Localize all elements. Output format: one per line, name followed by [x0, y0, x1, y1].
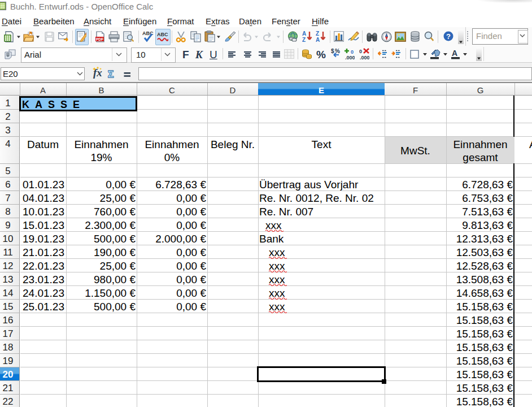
svg-text:Σ: Σ — [108, 69, 114, 79]
svg-text:Z: Z — [316, 31, 319, 37]
svg-text:0: 0 — [359, 49, 362, 54]
svg-text:Z: Z — [302, 37, 306, 43]
svg-text:ABC: ABC — [157, 32, 168, 37]
svg-text:A: A — [316, 37, 320, 43]
svg-text:PDF: PDF — [96, 37, 103, 41]
svg-text:0: 0 — [351, 49, 354, 55]
svg-text:.000: .000 — [345, 55, 355, 60]
svg-text:?: ? — [446, 32, 451, 41]
svg-text:$: $ — [331, 48, 334, 54]
svg-text:A: A — [452, 49, 457, 58]
svg-text:.000: .000 — [360, 55, 369, 60]
svg-text:A: A — [302, 31, 306, 37]
